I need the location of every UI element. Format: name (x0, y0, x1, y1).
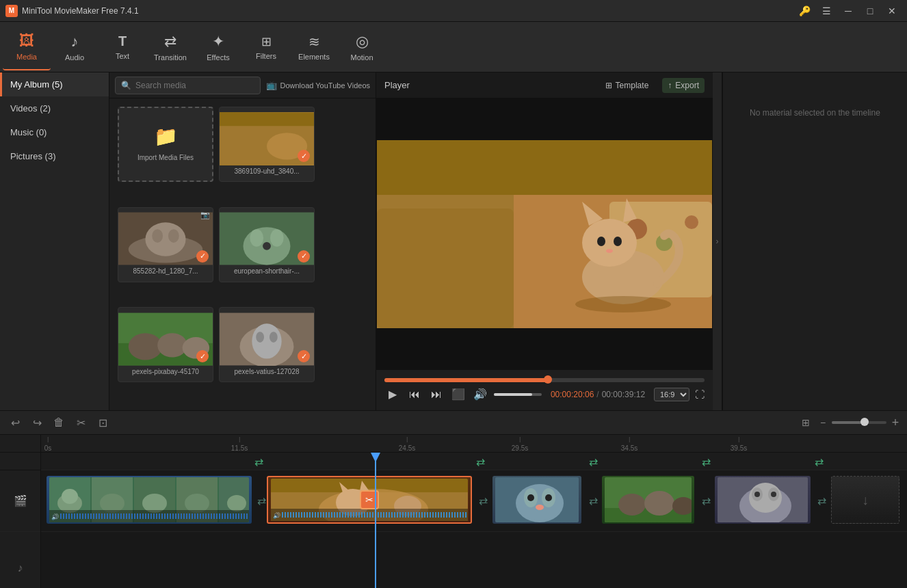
video-clip-1[interactable]: 🔊 (47, 476, 252, 524)
toolbar-audio[interactable]: ♪ Audio (51, 24, 98, 70)
next-frame-button[interactable]: ⏭ (428, 386, 445, 403)
svg-point-20 (252, 323, 281, 358)
toolbar-effects[interactable]: ✦ Effects (194, 24, 242, 70)
svg-point-59 (516, 484, 564, 522)
svg-point-16 (157, 333, 187, 357)
undo-button[interactable]: ↩ (5, 413, 25, 432)
effects-label: Effects (207, 53, 229, 62)
clip-transition-icon-2[interactable]: ⇄ (473, 492, 492, 511)
main-toolbar: 🖼 Media ♪ Audio T Text ⇄ Transition ✦ Ef… (0, 22, 907, 72)
wave-line-1 (60, 513, 248, 519)
progress-bar[interactable] (384, 378, 705, 382)
timeline-main[interactable]: 0s 11.5s 24.5s 29.5s 34.5s 39.5s (41, 435, 907, 588)
album-item-pictures[interactable]: Pictures (3) (0, 144, 109, 168)
search-input[interactable] (135, 81, 254, 90)
fit-timeline-button[interactable]: ⊞ (802, 417, 810, 428)
stop-button[interactable]: ⬛ (450, 386, 466, 403)
media-grid: 📁 Import Media Files 3869109-uhd_3840...… (109, 98, 376, 410)
player-panel: Player ⊞ Template ↑ Export (376, 72, 713, 410)
left-panel: My Album (5) Videos (2) Music (0) Pictur… (0, 72, 109, 410)
video-frame (377, 140, 712, 328)
split-button[interactable]: ✂ (71, 413, 90, 432)
album-item-music[interactable]: Music (0) (0, 120, 109, 144)
toolbar-motion[interactable]: ◎ Motion (338, 24, 386, 70)
prev-frame-button[interactable]: ⏮ (406, 386, 423, 403)
right-panel-container: › No material selected on the timeline (713, 72, 907, 410)
toolbar-text[interactable]: T Text (98, 24, 146, 70)
search-box[interactable]: 🔍 (115, 77, 261, 94)
audio-wave-icon-1: 🔊 (51, 513, 59, 520)
minimize-button[interactable]: ─ (839, 3, 858, 18)
ruler-mark-24s: 24.5s (399, 444, 415, 452)
media-icon: 🖼 (19, 32, 34, 50)
import-media-button[interactable]: 📁 Import Media Files (118, 107, 213, 182)
checked-badge-vid2: ✓ (196, 250, 209, 263)
motion-label: Motion (350, 53, 373, 62)
redo-button[interactable]: ↪ (27, 413, 47, 432)
toolbar-transition[interactable]: ⇄ Transition (146, 24, 194, 70)
video-clip-5[interactable] (715, 476, 811, 524)
fullscreen-button[interactable]: ⛶ (695, 389, 705, 400)
media-item-pic2[interactable]: pexels-vatius-127028 ✓ (219, 307, 315, 382)
svg-point-75 (754, 492, 760, 497)
player-controls: ▶ ⏮ ⏭ ⬛ 🔊 00:00:20:06 / 00:00:39:12 (376, 369, 713, 410)
checked-badge-vid3: ✓ (298, 250, 310, 263)
export-button[interactable]: ↑ Export (662, 78, 705, 93)
delete-button[interactable]: 🗑 (49, 413, 68, 432)
pin-button[interactable]: 🔑 (795, 3, 814, 18)
clip-transition-icon-5[interactable]: ⇄ (812, 492, 831, 511)
clip-preview-1: 🔊 (49, 477, 249, 522)
filters-label: Filters (256, 52, 276, 60)
svg-point-21 (256, 332, 264, 343)
zoom-out-button[interactable]: − (817, 416, 829, 429)
menu-button[interactable]: ☰ (817, 3, 836, 18)
clip-transition-icon-3[interactable]: ⇄ (583, 492, 603, 511)
time-separator: / (596, 390, 599, 399)
video-clip-4[interactable] (602, 476, 694, 524)
album-item-videos[interactable]: Videos (2) (0, 96, 109, 120)
video-clip-6[interactable]: ↓ (831, 476, 899, 524)
audio-wave-icon-2: 🔊 (273, 512, 280, 519)
video-clip-2[interactable]: 🔊 ✂ (267, 476, 472, 524)
media-label-vid1: 3869109-uhd_3840... (231, 165, 302, 177)
media-item-pic1[interactable]: pexels-pixabay-45170 ✓ (118, 307, 213, 382)
volume-slider[interactable] (494, 393, 542, 396)
video-track-icon: 🎬 (14, 494, 27, 507)
collapse-panel-button[interactable]: › (713, 72, 722, 410)
volume-button[interactable]: 🔊 (472, 386, 488, 403)
media-item-vid1[interactable]: 3869109-uhd_3840... ✓ (219, 107, 315, 182)
media-item-vid3[interactable]: european-shorthair-... ✓ (219, 207, 315, 282)
audio-track-icon: ♪ (18, 562, 23, 574)
audio-track (41, 532, 907, 588)
toolbar-media[interactable]: 🖼 Media (3, 24, 51, 70)
tracks-area: ⇄ ⇄ ⇄ ⇄ ⇄ (41, 453, 907, 588)
close-button[interactable]: ✕ (882, 3, 902, 18)
zoom-slider[interactable] (832, 421, 886, 424)
text-label: Text (116, 52, 129, 60)
download-youtube-button[interactable]: 📺 Download YouTube Videos (266, 80, 371, 90)
toolbar-elements[interactable]: ≋ Elements (290, 24, 338, 70)
svg-point-7 (168, 229, 179, 243)
toolbar-filters[interactable]: ⊞ Filters (242, 24, 290, 70)
album-item-myalbum[interactable]: My Album (5) (0, 72, 109, 96)
clip-thumbnail-3 (495, 477, 579, 522)
media-label-vid2: 855282-hd_1280_7... (130, 265, 200, 277)
svg-point-37 (606, 249, 613, 253)
crop-button[interactable]: ⊡ (93, 413, 112, 432)
clip-cut-icon[interactable]: ✂ (360, 490, 379, 509)
clip-transition-icon-4[interactable]: ⇄ (696, 492, 715, 511)
video-clip-3[interactable] (492, 476, 581, 524)
restore-button[interactable]: □ (860, 3, 880, 18)
ruler-mark-11s: 11.5s (231, 444, 248, 452)
svg-point-22 (270, 332, 278, 343)
zoom-in-button[interactable]: + (889, 416, 902, 429)
elements-label: Elements (298, 53, 330, 61)
aspect-ratio-select[interactable]: 16:9 4:3 1:1 9:16 (654, 388, 689, 401)
transition-arrow-3: ⇄ (586, 455, 600, 468)
download-label: Download YouTube Videos (280, 81, 371, 90)
media-item-vid2[interactable]: 855282-hd_1280_7... ✓ 📷 (118, 207, 213, 282)
checked-badge-vid1: ✓ (298, 150, 310, 162)
play-button[interactable]: ▶ (384, 386, 401, 403)
video-area (376, 98, 713, 369)
template-button[interactable]: ⊞ Template (600, 78, 655, 93)
